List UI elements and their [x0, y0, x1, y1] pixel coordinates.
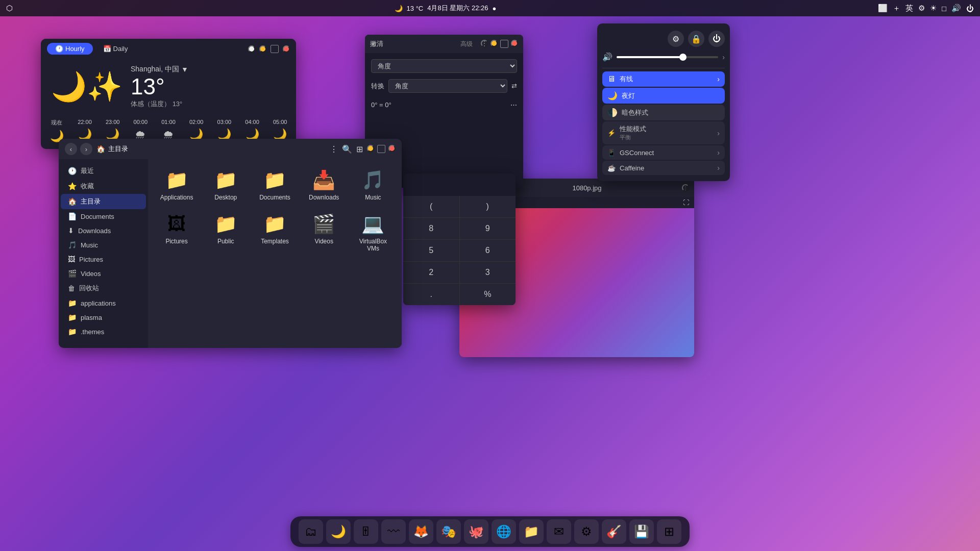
folder-music[interactable]: 🎵 Music [351, 165, 396, 205]
sidebar-item-收藏[interactable]: ⭐ 收藏 [61, 179, 146, 194]
window-icon[interactable]: □ [942, 4, 946, 13]
sidebar-item-plasma[interactable]: 📁 plasma [61, 310, 146, 324]
sm-nightlight-item[interactable]: 🌙 夜灯 [602, 88, 725, 104]
calc-btn-sym[interactable]: ) [460, 196, 516, 217]
sm-gsconnect-item[interactable]: 📱 GSConnect › [602, 145, 725, 160]
sm-performance-item[interactable]: ⚡ 性能模式 平衡 › [602, 121, 725, 144]
sm-darkmode-item[interactable]: 🌓 暗色样式 [602, 105, 725, 120]
calc-btn-2[interactable]: 2 [403, 262, 459, 283]
folder-public[interactable]: 📁 Public [203, 209, 248, 256]
gear-icon[interactable]: ⚙ [918, 4, 925, 13]
fm-restore-btn[interactable] [377, 145, 385, 153]
minimize-btn[interactable]: — [259, 45, 266, 53]
dock-icon-mixer[interactable]: 🎚 [354, 519, 378, 544]
dock-icon-firefox[interactable]: 🦊 [409, 519, 433, 544]
sm-darkmode-icon: 🌓 [607, 108, 618, 117]
folder-pictures[interactable]: 🖼 Pictures [154, 209, 199, 256]
iv-fullscreen-icon[interactable]: ⛶ [683, 199, 689, 206]
sm-gsconnect-arrow[interactable]: › [717, 148, 720, 157]
sidebar-item-最近[interactable]: 🕐 最近 [61, 163, 146, 179]
dock-icon-files[interactable]: 🗂 [299, 519, 323, 544]
sidebar-item-videos[interactable]: 🎬 Videos [61, 266, 146, 281]
hourly-time: 02:00 [189, 119, 204, 125]
inkscape-restore-btn[interactable] [500, 40, 508, 48]
inkscape-angle-select[interactable]: 角度 [371, 59, 517, 73]
calc-btn-sym[interactable]: . [403, 284, 459, 305]
tab-hourly[interactable]: 🕐 Hourly [47, 43, 93, 55]
folder-videos[interactable]: 🎬 Videos [302, 209, 347, 256]
calc-btn-9[interactable]: 9 [460, 218, 516, 239]
calc-btn-8[interactable]: 8 [403, 218, 459, 239]
sm-lock-icon[interactable]: 🔒 [688, 31, 704, 47]
sidebar-item-回收站[interactable]: 🗑 回收站 [61, 281, 146, 296]
dock-icon-spotify[interactable]: 🎸 [602, 519, 626, 544]
sm-caffeine-item[interactable]: ☕ Caffeine › [602, 161, 725, 175]
dock-icon-wave[interactable]: 〰 [381, 519, 406, 544]
folder-downloads[interactable]: 📥 Downloads [302, 165, 347, 205]
more-options-btn[interactable]: ⋮ [330, 144, 338, 154]
weather-location[interactable]: Shanghai, 中国 ▼ [131, 65, 286, 74]
sidebar-item-.themes[interactable]: 📁 .themes [61, 324, 146, 339]
sidebar-item-applications[interactable]: 📁 applications [61, 296, 146, 310]
power-icon[interactable]: ⏻ [966, 4, 974, 13]
sm-performance-icon: ⚡ [607, 129, 616, 137]
folder-documents[interactable]: 📁 Documents [252, 165, 297, 205]
dock-icon-mail[interactable]: ✉ [547, 519, 571, 544]
sidebar-item-pictures[interactable]: 🖼 Pictures [61, 252, 146, 266]
dock-icon-backup[interactable]: 💾 [629, 519, 654, 544]
lang-icon[interactable]: 英 [905, 4, 913, 13]
folder-templates[interactable]: 📁 Templates [252, 209, 297, 256]
tab-daily[interactable]: 📅 Daily [95, 43, 136, 55]
dock-icon-inkscape[interactable]: 🎭 [436, 519, 461, 544]
calc-btn-sym[interactable]: ( [403, 196, 459, 217]
sidebar-item-documents[interactable]: 📄 Documents [61, 209, 146, 223]
back-btn[interactable]: ‹ [65, 143, 77, 155]
sm-caffeine-arrow[interactable]: › [717, 164, 720, 172]
iv-more-btn[interactable]: ⋮ [682, 184, 689, 191]
screen-icon[interactable]: ⬜ [878, 4, 888, 13]
more-btn[interactable]: ⋮ [248, 45, 255, 53]
inkscape-more-icon[interactable]: ⋯ [510, 101, 517, 109]
brightness-icon[interactable]: ☀ [930, 4, 937, 13]
restore-btn[interactable] [271, 45, 279, 53]
sm-power-icon[interactable]: ⏻ [708, 31, 725, 47]
dock-icon-apps[interactable]: ⊞ [657, 519, 681, 544]
dock-icon-github[interactable]: 🐙 [464, 519, 488, 544]
swap-icon[interactable]: ⇄ [511, 82, 517, 90]
sm-volume-expand-icon[interactable]: › [722, 53, 725, 61]
forward-btn[interactable]: › [80, 143, 92, 155]
sidebar-item-主目录[interactable]: 🏠 主目录 [61, 194, 146, 209]
dock-icon-dolphin[interactable]: 📁 [519, 519, 544, 544]
view-toggle-btn[interactable]: ⊞ [356, 144, 363, 154]
sm-performance-arrow[interactable]: › [717, 129, 720, 137]
fm-minimize-btn[interactable] [367, 145, 374, 152]
fm-close-btn[interactable] [388, 145, 396, 152]
sm-nightlight-label: 夜灯 [622, 91, 635, 101]
folder-desktop[interactable]: 📁 Desktop [203, 165, 248, 205]
sm-settings-icon[interactable]: ⚙ [668, 31, 684, 47]
inkscape-convert-select[interactable]: 角度 [388, 79, 507, 93]
sm-wired-arrow[interactable]: › [717, 75, 720, 83]
calc-btn-sym[interactable]: % [460, 284, 516, 305]
fm-sidebar: 🕐 最近 ⭐ 收藏 🏠 主目录 📄 Documents ⬇ Downloads … [59, 159, 148, 348]
sm-volume-slider[interactable] [617, 56, 718, 58]
sidebar-item-music[interactable]: 🎵 Music [61, 238, 146, 252]
sm-wired-item[interactable]: 🖥 有线 › [602, 71, 725, 87]
sidebar-item-downloads[interactable]: ⬇ Downloads [61, 223, 146, 238]
volume-icon[interactable]: 🔊 [951, 4, 961, 13]
dock-icon-edge[interactable]: 🌐 [492, 519, 516, 544]
inkscape-close-btn[interactable] [511, 40, 518, 47]
folder-virtualbox-vms[interactable]: 💻 VirtualBox VMs [351, 209, 396, 256]
calc-btn-5[interactable]: 5 [403, 240, 459, 261]
close-btn[interactable]: ✕ [283, 45, 290, 53]
dock-icon-settings[interactable]: ⚙ [574, 519, 599, 544]
arch-logo-icon[interactable]: ⬡ [6, 4, 13, 13]
calc-btn-3[interactable]: 3 [460, 262, 516, 283]
inkscape-min-btn[interactable] [491, 40, 498, 47]
folder-applications[interactable]: 📁 Applications [154, 165, 199, 205]
plus-icon[interactable]: ＋ [893, 4, 900, 13]
search-btn[interactable]: 🔍 [342, 144, 352, 154]
calc-btn-6[interactable]: 6 [460, 240, 516, 261]
dock-icon-night[interactable]: 🌙 [326, 519, 351, 544]
inkscape-more-btn[interactable]: ⋮ [481, 40, 488, 47]
